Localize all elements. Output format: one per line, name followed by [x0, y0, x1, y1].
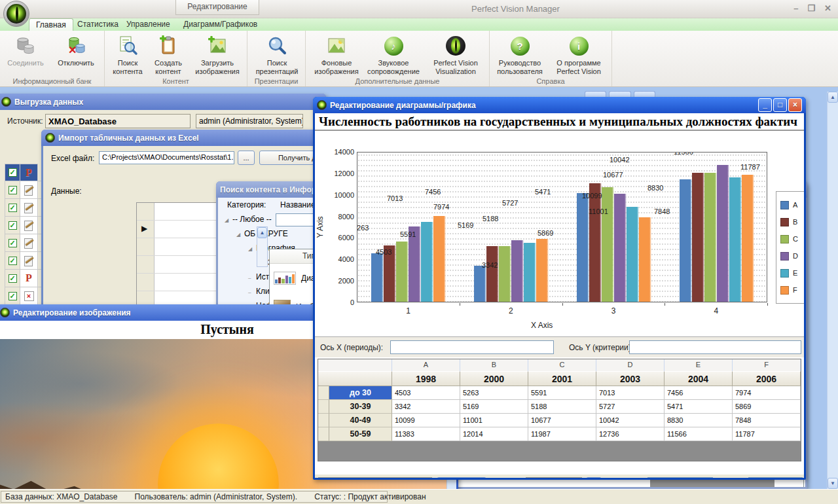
- connect-button[interactable]: Соединить: [3, 34, 48, 67]
- checkbox-cell[interactable]: ✓: [5, 252, 20, 270]
- tree-scrollbar[interactable]: ▲: [257, 226, 268, 267]
- user-field[interactable]: admin (Administrator, System): [196, 114, 303, 128]
- window-titlebar[interactable]: Редактирование диаграммы/графика _ □ ×: [313, 97, 806, 113]
- row-header-40-49[interactable]: 40-49: [329, 414, 392, 427]
- year-header-cell[interactable]: 2003: [596, 371, 665, 386]
- tab-diagramm[interactable]: Диаграмм/Графиков: [177, 18, 264, 31]
- value-cell[interactable]: 3342: [392, 400, 460, 414]
- expander-icon[interactable]: ◢: [225, 213, 232, 228]
- year-header-cell[interactable]: 2004: [665, 371, 733, 386]
- minimize-button[interactable]: _: [758, 98, 772, 112]
- load-images-button[interactable]: Загрузить изображения: [189, 34, 246, 76]
- value-cell[interactable]: 7013: [596, 386, 665, 400]
- y-axis-input[interactable]: [629, 340, 801, 354]
- checkbox-cell[interactable]: ✓: [5, 199, 20, 217]
- value-cell[interactable]: 11001: [460, 414, 528, 427]
- expander-icon[interactable]: ◢: [248, 242, 256, 257]
- checkbox-cell[interactable]: ✓: [5, 287, 20, 305]
- checkbox-cell[interactable]: ✓: [5, 181, 20, 199]
- create-content-button[interactable]: Создать контент: [149, 34, 187, 76]
- about-button[interactable]: i О программе Perfect Vision: [549, 34, 609, 76]
- value-cell[interactable]: 5471: [665, 400, 733, 414]
- tab-glavnaya[interactable]: Главная: [29, 18, 73, 31]
- x-axis-input[interactable]: [390, 340, 554, 354]
- close-button[interactable]: ✕: [824, 3, 831, 13]
- value-cell[interactable]: 11566: [665, 427, 733, 441]
- main-vertical-scrollbar[interactable]: ▲ ▼: [827, 92, 838, 489]
- scroll-up-icon[interactable]: ▲: [257, 227, 267, 238]
- value-cell[interactable]: 11383: [392, 427, 460, 441]
- checkbox-checked-icon[interactable]: ✓: [9, 186, 17, 194]
- checkbox-checked-icon[interactable]: ✓: [9, 292, 17, 300]
- pv-visualization-button[interactable]: Perfect Vision Visualization: [424, 34, 487, 76]
- search-presentations-button[interactable]: Поиск презентаций: [250, 34, 304, 76]
- value-cell[interactable]: 8830: [665, 414, 733, 427]
- value-cell[interactable]: 10099: [392, 414, 460, 427]
- categories-button[interactable]: Категории: [437, 477, 486, 478]
- value-cell[interactable]: 11787: [733, 427, 801, 441]
- value-cell[interactable]: 5169: [460, 400, 528, 414]
- category-field[interactable]: ОБ ОКРУГЕ: [318, 477, 432, 478]
- table-row[interactable]: до 30450352635591701374567974: [318, 386, 801, 400]
- maximize-button[interactable]: ❒: [807, 3, 815, 13]
- value-cell[interactable]: 5727: [596, 400, 665, 414]
- row-header-30-39[interactable]: 30-39: [329, 400, 392, 414]
- value-cell[interactable]: 10042: [596, 414, 665, 427]
- checkbox-cell[interactable]: ✓: [5, 164, 20, 181]
- row-header-50-59[interactable]: 50-59: [329, 427, 392, 441]
- value-cell[interactable]: 5591: [528, 386, 596, 400]
- scroll-up-icon[interactable]: ▲: [828, 92, 838, 103]
- value-cell[interactable]: 12014: [460, 427, 528, 441]
- source-input[interactable]: [647, 477, 713, 478]
- value-cell[interactable]: 5263: [460, 386, 528, 400]
- value-cell[interactable]: 12736: [596, 427, 665, 441]
- value-cell[interactable]: 7848: [733, 414, 801, 427]
- window-titlebar[interactable]: Выгрузка данных: [0, 94, 326, 110]
- checkbox-cell[interactable]: ✓: [5, 217, 20, 234]
- disconnect-button[interactable]: ✕ Отключить: [51, 34, 101, 67]
- checkbox-checked-icon[interactable]: ✓: [9, 239, 17, 247]
- background-images-button[interactable]: Фоновые изображения: [308, 34, 365, 76]
- icon-field[interactable]: [526, 477, 582, 478]
- author-input[interactable]: [748, 477, 803, 478]
- value-cell[interactable]: 7456: [665, 386, 733, 400]
- value-cell[interactable]: 5869: [733, 400, 801, 414]
- browse-file-button[interactable]: ...: [238, 151, 255, 165]
- year-header-cell[interactable]: 2001: [528, 371, 596, 386]
- checkbox-checked-icon[interactable]: ✓: [9, 257, 17, 265]
- value-cell[interactable]: 10677: [528, 414, 596, 427]
- table-row[interactable]: 50-59113831201411987127361156611787: [318, 427, 801, 441]
- value-cell[interactable]: 11987: [528, 427, 596, 441]
- excel-file-field[interactable]: C:\Projects\XMAO\Documents\Rosstat\1.: [99, 151, 234, 164]
- tab-statistika[interactable]: Статистика: [71, 18, 125, 31]
- table-row[interactable]: 40-491009911001106771004288307848: [318, 414, 801, 427]
- expander-icon[interactable]: ◢: [236, 228, 244, 242]
- powerpoint-icon: P: [26, 272, 32, 284]
- year-header-cell[interactable]: 2000: [460, 371, 528, 386]
- data-table[interactable]: ABCDEF199820002001200320042006до 3045035…: [318, 359, 801, 461]
- checkbox-checked-icon[interactable]: ✓: [9, 168, 17, 177]
- maximize-button[interactable]: □: [773, 98, 787, 112]
- user-guide-button[interactable]: ? Руководство пользователя: [492, 34, 547, 76]
- search-content-button[interactable]: Поиск контента: [107, 34, 148, 76]
- year-header-cell[interactable]: 2006: [733, 371, 801, 386]
- minimize-button[interactable]: –: [793, 3, 798, 13]
- checkbox-cell[interactable]: ✓: [5, 270, 20, 287]
- table-row[interactable]: 30-39334251695188572754715869: [318, 400, 801, 414]
- checkbox-checked-icon[interactable]: ✓: [9, 204, 17, 212]
- contextual-tab-editing[interactable]: Редактирование: [175, 0, 259, 15]
- value-cell[interactable]: 7974: [733, 386, 801, 400]
- value-cell[interactable]: 5188: [528, 400, 596, 414]
- close-button[interactable]: ×: [788, 98, 802, 112]
- value-cell[interactable]: 4503: [392, 386, 460, 400]
- year-header-cell[interactable]: 1998: [392, 371, 460, 386]
- sound-button[interactable]: ♪ Звуковое сопровождение: [365, 34, 422, 76]
- checkbox-checked-icon[interactable]: ✓: [9, 221, 17, 230]
- browse-icon-button[interactable]: ...: [586, 477, 602, 478]
- checkbox-cell[interactable]: ✓: [5, 234, 20, 252]
- scroll-down-icon[interactable]: ▼: [828, 478, 838, 489]
- tab-upravlenie[interactable]: Управление: [120, 18, 177, 31]
- row-header-до 30[interactable]: до 30: [329, 386, 392, 400]
- checkbox-checked-icon[interactable]: ✓: [9, 274, 17, 283]
- source-field[interactable]: XMAO_Database: [45, 114, 191, 128]
